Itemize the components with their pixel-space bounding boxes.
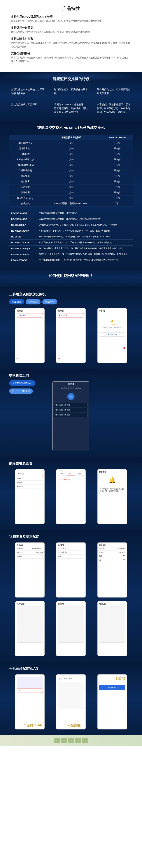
th [9,135,41,141]
switch-row[interactable]: PoE供电 开 [58,547,84,551]
menu-item[interactable]: 告警信息 [17,472,43,476]
alarm-section: 故障告警及查看 告警信息 设备管理 网络拓扑 系统设置 环路 端口 供电 端口3… [0,457,142,530]
td: 端口镜像 [9,174,41,179]
td: 支持 [41,168,102,174]
pill: 创建项目 [9,299,24,305]
feature-title: 支持故障实时告警 [11,37,131,40]
table-row: RG-NBS1806G-P6口百兆非网管型PoE交换机，4口支持PoE [9,210,133,216]
feature-desc: 网络故障实时扫描，当出现端口流量异常、线缆异常及供电异常等情况时易网络APP自动… [11,41,131,48]
feature-title: 支持远程一键重启 [11,26,131,30]
td: 端口隔离 [9,179,41,184]
table-row: 端口隔离支持不支持 [9,179,133,184]
td: 支持 [41,184,102,190]
scan-desc: 对准设备背面的二维码进行扫描 [99,327,125,329]
point-cell: 端口线速转发，接满摄像头不卡顿 [52,86,90,97]
phone-mock: 端口配置 [97,601,127,656]
howto-title: 如何使用易网络APP管理？ [9,273,133,278]
td: RG-NBS1808G-P [9,216,37,222]
td: RG-ES109G-LP [9,222,37,228]
phone-header: VLAN设置 [17,603,43,605]
project-item[interactable]: 南京办公室 ✓ [58,313,84,317]
phone-mock: VLAN设置 [15,601,45,656]
tab[interactable]: 环路 [58,472,66,475]
alarm-msg[interactable]: 端口3 线缆异常 [58,478,84,482]
td: 无 [102,201,133,207]
feature-title: 支持使用MACC跟易网络APP管理 [11,15,131,19]
status-section: 状态查看及基本配置 设备详情 设备型号NBS1810GC-P PoE状态8W /… [0,530,142,662]
switch-icon [54,738,60,743]
manual-sn-btn[interactable]: 手动输入SN [99,332,125,337]
table-row: 端口流量统计支持不支持 [9,146,133,151]
pill: 快速开局 [42,299,57,305]
phone-row: 告警信息 设备管理 网络拓扑 系统设置 环路 端口 供电 端口3 线缆异常 告警… [9,468,133,525]
tab[interactable]: 端口 [67,472,75,475]
table-row: PoE输出功率状态支持不支持 [9,157,133,162]
v: NBS1810GC-P [32,547,43,550]
device-item[interactable]: NBS1818GC-P 在线 [54,408,88,412]
phone-mock: 启用 1 选择VLAN [15,674,45,730]
table-row: 环路保护支持不支持 [9,184,133,190]
vlan-enable[interactable]: 启用 [17,688,43,693]
table-row: RG-NBS1826GC-P24口千兆+2个千兆光口，24个千兆电口支持30W … [9,251,133,257]
menu-item[interactable]: 系统设置 [17,485,43,489]
td: RG-NBS1826G(L)-P [9,246,37,251]
device-item[interactable]: NBS1810GC-P 在线 [54,403,88,407]
phone-mock: 我的项目 + 添加项目 1 [15,308,45,363]
td: 24口千兆+2个千兆光口，24个千兆电口支持30W PoE+供电，整机最大PoE… [37,251,133,257]
table-row: 管理方式WEB管理界面、易网络APP、MACC无 [9,201,133,207]
compare-title: 智能监控交换机 vs smart系列PoE交换机 [9,125,133,130]
td: 不支持 [102,184,133,190]
td: 支持 [41,179,102,184]
phone-mock: 添加设备 ⚠ 扫码添加 对准设备背面的二维码进行扫描 手动输入SN 3 [97,308,127,363]
port-grid[interactable] [17,677,43,688]
feature-desc: 只需几秒对其中一台交换机进行二维码扫描，便能自动发现网络中其他所有交换机设备并添… [11,56,131,63]
step-pills: 创建项目 扫码添加 快速开局 [9,299,133,305]
td: RG-NBS1810GC-P [9,228,37,234]
table-row: RG-NBS1808G-P8口百兆非网管型PoE交换机，8口支持PoE+，整机P… [9,216,133,222]
menu-item[interactable]: 设备管理 [17,476,43,480]
point-cell: 丰富功能：网络状态显示、异常告警、PoE供电状态、PoE供电重启、VLAN隔离、… [95,101,133,116]
td: 线缆检测 [9,190,41,195]
spec-table: RG-NBS1806G-P6口百兆非网管型PoE交换机，4口支持PoERG-NB… [9,210,133,263]
v: 3天 [123,559,125,561]
switch-row[interactable]: 流控 开 [58,555,84,559]
placeholder [99,606,125,643]
td: 支持 [41,174,102,179]
phone-desc: 发现同网络其他设备并自动添加 [54,387,88,389]
globe-icon [67,393,75,400]
placeholder [58,606,84,643]
td: 8口百兆非网管型PoE交换机，8口支持PoE+，整机PoE供电功率60W [37,216,133,222]
pill: 扫码添加 [26,299,41,305]
phone-mock: 端口配置 PoE供电 开 端口隔离 关 流控 开 [56,542,86,597]
phone-mock: 保存配置 3 应用 [97,674,127,730]
phone-mock: 系统信息 IP地址192.168.1.x MACxx:xx:xx 版本V1.0 … [97,542,127,597]
td: RG-NBS1826GC-P [9,251,37,257]
td: 管理方式 [9,201,41,207]
table-row: RG-ES118-P16个100M网口(PoE/PoE+)，2个千兆电口上联，整… [9,234,133,240]
feature-desc: 简单友好的图形化界面。端口状态、端口流量可视化。用手机便可随时随地关注您的网络详… [11,19,131,23]
alarm-detail: PoE供电异常：端口5供电过载，已自动停止供电。请检查PD设备。 [99,487,125,493]
phone-mock: 端口详情 [56,601,86,656]
k: 设备型号 [17,547,23,550]
vlan-title: 手机三步配置VLAN [9,666,133,671]
phone-mock: 端口 1-4 VLAN 10 2 配置端口 [56,674,86,730]
footer-switch-image [0,735,142,746]
compare-section: 智能监控交换机 vs smart系列PoE交换机 智能监控PoE交换机 RG-S… [0,121,142,268]
switch-row[interactable]: 端口隔离 关 [58,551,84,555]
vlan-port-sel[interactable]: 端口 1-4 VLAN 10 [58,677,84,681]
td: 不支持 [102,195,133,201]
k: 在线端口 [17,555,23,558]
tab[interactable]: 供电 [76,472,84,475]
switch-icon [68,738,74,743]
td: 6口百兆非网管型PoE交换机，4口支持PoE [37,210,133,216]
phone-row: VLAN设置 端口详情 端口配置 [9,600,133,657]
phone-header: 自动发现 [54,383,88,385]
device-item[interactable]: NBS1826GC-P 在线 [54,413,88,417]
add-project-btn[interactable]: + 添加项目 [17,313,43,317]
menu-item[interactable]: 网络拓扑 [17,480,43,485]
phone-header: 我的项目 [58,310,84,312]
td: 支持 [41,190,102,195]
switch-icon [82,738,88,743]
step-num: 2 [58,357,60,361]
save-btn[interactable]: 保存配置 [99,685,125,690]
